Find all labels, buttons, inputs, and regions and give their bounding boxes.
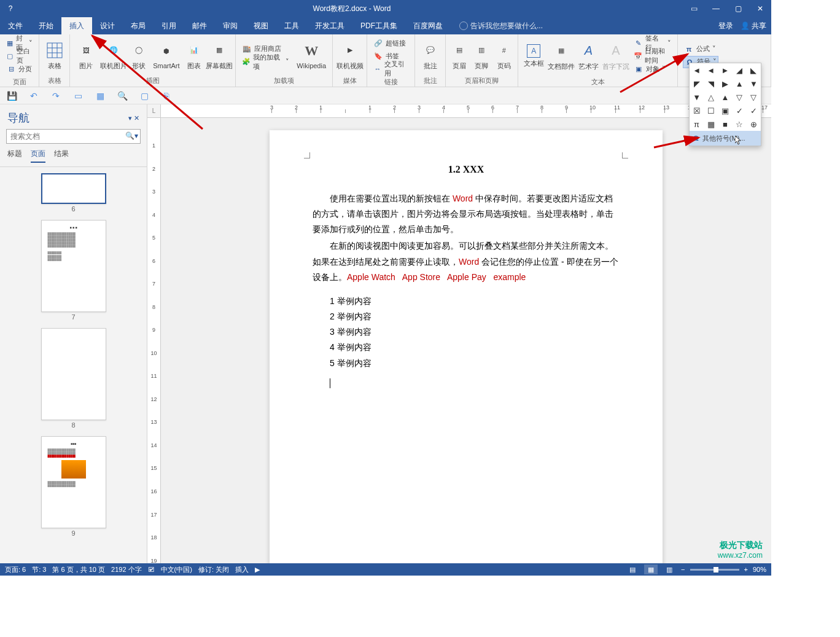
symbol-cell[interactable]: π xyxy=(690,117,704,131)
my-addins-button[interactable]: 🧩我的加载项 ˅ xyxy=(241,56,290,68)
textbox-button[interactable]: A文本框 xyxy=(521,36,547,76)
hyperlink-button[interactable]: 🔗超链接 xyxy=(372,37,410,49)
vertical-ruler[interactable]: 12345678910111213141516171819 xyxy=(147,118,161,576)
equation-button[interactable]: π公式 ˅ xyxy=(683,43,718,55)
shapes-button[interactable]: ◯形状 xyxy=(128,36,150,75)
online-video-button[interactable]: ▶联机视频 xyxy=(335,36,364,75)
zoom-slider[interactable] xyxy=(690,569,739,571)
tab-pdftools[interactable]: PDF工具集 xyxy=(352,17,405,34)
qat-icon-2[interactable]: ▦ xyxy=(95,91,106,101)
symbol-cell[interactable]: ► xyxy=(718,63,732,77)
tab-design[interactable]: 设计 xyxy=(92,17,123,34)
picture-button[interactable]: 🖼图片 xyxy=(72,36,100,75)
symbol-cell[interactable]: ▽ xyxy=(733,90,747,104)
blank-page-button[interactable]: ▢空白页 xyxy=(5,50,34,62)
qat-redo-icon[interactable]: ↷ xyxy=(50,91,61,101)
nav-tab-headings[interactable]: 标题 xyxy=(7,149,22,163)
qat-icon-5[interactable]: ⎘ xyxy=(161,91,172,101)
object-button[interactable]: ▣对象 ˅ xyxy=(632,63,672,75)
symbol-cell[interactable]: ✓ xyxy=(747,104,761,117)
comment-button[interactable]: 💬批注 xyxy=(418,36,443,75)
footer-button[interactable]: ▥页脚 xyxy=(470,36,492,75)
view-print-icon[interactable]: ▦ xyxy=(644,565,658,574)
nav-tab-pages[interactable]: 页面 xyxy=(31,149,45,163)
share-button[interactable]: 👤 共享 xyxy=(741,21,766,31)
login-link[interactable]: 登录 xyxy=(718,21,733,31)
tab-developer[interactable]: 开发工具 xyxy=(307,17,352,34)
status-lang[interactable]: 中文(中国) xyxy=(161,565,192,574)
nav-tab-results[interactable]: 结果 xyxy=(54,149,69,163)
status-proof-icon[interactable]: 🗹 xyxy=(148,566,155,573)
view-read-icon[interactable]: ▤ xyxy=(626,565,639,574)
symbol-cell[interactable]: ◤ xyxy=(690,77,704,90)
quickparts-button[interactable]: ▦文档部件 xyxy=(547,36,575,76)
qat-icon-1[interactable]: ▭ xyxy=(72,91,84,101)
symbol-cell[interactable]: ▶ xyxy=(718,77,732,90)
thumb-6[interactable] xyxy=(41,173,106,204)
tab-insert[interactable]: 插入 xyxy=(61,17,92,34)
qat-undo-icon[interactable]: ↶ xyxy=(28,91,39,101)
status-words[interactable]: 2192 个字 xyxy=(111,565,142,574)
crossref-button[interactable]: ↔交叉引用 xyxy=(372,63,410,75)
page-break-button[interactable]: ⊟分页 xyxy=(5,63,34,75)
maximize-icon[interactable]: ▢ xyxy=(727,0,749,17)
thumb-7[interactable]: ■ ■ ■ ██████████████████████████████████… xyxy=(41,220,106,312)
symbol-cell[interactable]: ◄ xyxy=(690,63,704,77)
wordart-button[interactable]: A艺术字 xyxy=(575,36,602,76)
dropcap-button[interactable]: A首字下沉 xyxy=(602,36,630,76)
table-button[interactable]: 表格 xyxy=(42,36,67,75)
more-symbols-button[interactable]: Ω 其他符号(M)... xyxy=(690,131,761,146)
symbol-cell[interactable]: ▣ xyxy=(718,104,732,117)
tab-layout[interactable]: 布局 xyxy=(123,17,154,34)
status-pageof[interactable]: 第 6 页，共 10 页 xyxy=(52,565,105,574)
tab-baidu[interactable]: 百度网盘 xyxy=(405,17,451,34)
symbol-cell[interactable]: ▽ xyxy=(747,90,761,104)
status-mode[interactable]: 插入 xyxy=(235,565,249,574)
tab-tools[interactable]: 工具 xyxy=(276,17,307,34)
nav-close-icon[interactable]: ▾ ✕ xyxy=(128,114,139,122)
status-section[interactable]: 节: 3 xyxy=(32,565,46,574)
qat-save-icon[interactable]: 💾 xyxy=(6,91,17,101)
symbol-cell[interactable]: ■ xyxy=(718,117,732,131)
view-web-icon[interactable]: ▥ xyxy=(663,565,676,574)
symbol-cell[interactable]: ▲ xyxy=(718,90,732,104)
ribbon-display-icon[interactable]: ▭ xyxy=(683,0,705,17)
symbol-cell[interactable]: ◄ xyxy=(704,63,718,77)
symbol-cell[interactable]: ▦ xyxy=(704,117,718,131)
tab-references[interactable]: 引用 xyxy=(154,17,184,34)
symbol-cell[interactable]: ✓ xyxy=(733,104,747,117)
help-icon[interactable]: ? xyxy=(0,4,21,13)
qat-icon-4[interactable]: ▢ xyxy=(139,91,150,101)
symbol-cell[interactable]: ◣ xyxy=(747,63,761,77)
symbol-cell[interactable]: △ xyxy=(704,90,718,104)
smartart-button[interactable]: ⬢SmartArt xyxy=(150,36,182,75)
symbol-cell[interactable]: ☐ xyxy=(704,104,718,117)
status-page[interactable]: 页面: 6 xyxy=(5,565,26,574)
wikipedia-button[interactable]: WWikipedia xyxy=(293,36,330,75)
horizontal-ruler[interactable] xyxy=(161,104,771,118)
symbol-cell[interactable]: ▼ xyxy=(747,77,761,90)
tab-file[interactable]: 文件 xyxy=(0,17,31,34)
pagenum-button[interactable]: #页码 xyxy=(493,36,515,75)
chart-button[interactable]: 📊图表 xyxy=(182,36,205,75)
symbol-cell[interactable]: ◢ xyxy=(733,63,747,77)
tell-me-search[interactable]: 告诉我您想要做什么... xyxy=(451,17,543,34)
search-icon[interactable]: 🔍▾ xyxy=(125,131,138,140)
thumb-8[interactable] xyxy=(41,328,106,420)
close-icon[interactable]: ✕ xyxy=(749,0,771,17)
qat-icon-3[interactable]: 🔍 xyxy=(117,91,128,101)
tab-view[interactable]: 视图 xyxy=(246,17,276,34)
symbol-cell[interactable]: ☒ xyxy=(690,104,704,117)
datetime-button[interactable]: 📅日期和时间 xyxy=(632,50,672,62)
tab-review[interactable]: 审阅 xyxy=(215,17,246,34)
document-scroll[interactable]: 1.2 XXX 使用在需要位置出现的新按钮在 Word 中保存时间。若要更改图片… xyxy=(161,118,771,576)
symbol-cell[interactable]: ▼ xyxy=(690,90,704,104)
thumb-9[interactable]: ■■■ ████████████████████████████████ ███… xyxy=(41,436,106,528)
minimize-icon[interactable]: — xyxy=(705,0,727,17)
tab-home[interactable]: 开始 xyxy=(31,17,61,34)
tab-mailings[interactable]: 邮件 xyxy=(184,17,215,34)
symbol-cell[interactable]: ⊕ xyxy=(747,117,761,131)
symbol-cell[interactable]: ☆ xyxy=(733,117,747,131)
screenshot-button[interactable]: ▩屏幕截图 xyxy=(205,36,233,75)
zoom-level[interactable]: 90% xyxy=(753,566,766,573)
